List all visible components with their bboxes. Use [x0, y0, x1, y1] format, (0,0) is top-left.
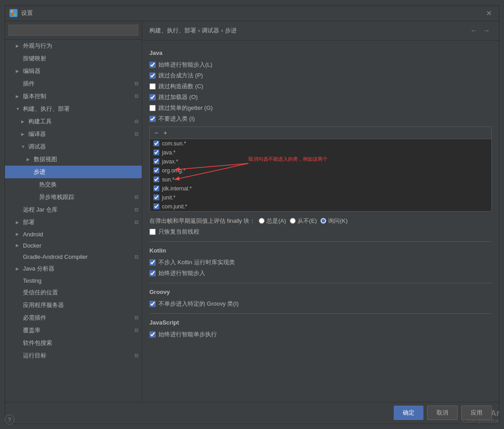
sidebar-item-gradle-compiler[interactable]: Gradle-Android Compiler ⊡ [5, 251, 142, 262]
sidebar-item-trusted-locations[interactable]: 受信任的位置 [5, 286, 142, 299]
search-input[interactable] [9, 25, 138, 36]
sidebar-item-data-view[interactable]: ▶ 数据视图 [5, 153, 142, 166]
sidebar-item-package-search[interactable]: 软件包搜索 [5, 337, 142, 349]
svg-rect-1 [14, 10, 16, 13]
sidebar-item-android[interactable]: ▶ Android [5, 229, 142, 240]
sidebar-item-build[interactable]: ▼ 构建、执行、部署 [5, 103, 142, 115]
checkbox-restore-threads[interactable] [149, 229, 156, 235]
add-class-button[interactable]: + [162, 129, 169, 137]
checkbox-skip-constructor[interactable] [149, 83, 156, 90]
close-button[interactable]: ✕ [483, 8, 495, 18]
cancel-button[interactable]: 取消 [427, 406, 458, 420]
expand-arrow: ▶ [16, 69, 21, 73]
checkbox-js-smart[interactable] [149, 331, 156, 338]
checkbox-junit[interactable] [153, 194, 159, 200]
back-button[interactable]: ← [468, 26, 479, 36]
breadcrumb-sep2: › [221, 27, 223, 34]
sidebar-item-appearance[interactable]: ▶ 外观与行为 [5, 40, 142, 52]
help-button[interactable]: ? [4, 415, 14, 424]
sidebar-item-vcs[interactable]: ▶ 版本控制 ⊡ [5, 90, 142, 103]
badge-icon: ⊡ [135, 119, 138, 124]
checkbox-skip-getter[interactable] [149, 105, 156, 111]
sidebar-item-testing[interactable]: Testing [5, 275, 142, 286]
sidebar-item-build-tools[interactable]: ▶ 构建工具 ⊡ [5, 115, 142, 128]
checkbox-skip-classloader[interactable] [149, 94, 156, 100]
label-smart-step-in: 始终进行智能步入(L) [158, 61, 212, 69]
radio-never[interactable] [290, 218, 296, 224]
checkbox-java[interactable] [153, 149, 159, 155]
checkbox-no-step-groovy[interactable] [149, 301, 156, 307]
forward-button[interactable]: → [481, 26, 492, 36]
badge-icon: ⊡ [135, 94, 138, 99]
svg-rect-2 [11, 14, 13, 16]
checkbox-skip-synthetic[interactable] [149, 72, 156, 79]
option-smart-step-in: 始终进行智能步入(L) [149, 61, 492, 69]
ok-button[interactable]: 确定 [394, 406, 423, 420]
sidebar-item-debugger[interactable]: ▼ 调试器 [5, 140, 142, 153]
label-skip-getter: 跳过简单的getter (G) [158, 104, 213, 112]
button-group: 确定 取消 应用 [394, 406, 492, 420]
divider [149, 241, 492, 242]
sidebar-item-stepping[interactable]: 步进 [5, 166, 142, 178]
app-icon [9, 9, 18, 17]
sidebar-item-compiler[interactable]: ▶ 编译器 ⊡ [5, 128, 142, 140]
badge-icon: ⊡ [135, 353, 138, 358]
list-toolbar: − + [150, 127, 491, 139]
sidebar-item-keymap[interactable]: 按键映射 [5, 52, 142, 65]
option-no-step-kotlin: 不步入 Kotlin 运行时库实现类 [149, 258, 492, 266]
radio-always[interactable] [259, 218, 265, 224]
section-groovy-title: Groovy [149, 289, 492, 295]
sidebar-item-java-analyzer[interactable]: ▶ Java 分析器 [5, 262, 142, 275]
section-kotlin-title: Kotlin [149, 247, 492, 254]
option-skip-classloader: 跳过加载器 (O) [149, 93, 492, 101]
sidebar-item-docker[interactable]: ▶ Docker [5, 240, 142, 251]
expand-arrow [27, 170, 32, 174]
checkbox-com-sun[interactable] [153, 140, 159, 146]
sidebar-item-deploy[interactable]: ▶ 部署 ⊡ [5, 216, 142, 229]
checkbox-org-omg[interactable] [153, 167, 159, 173]
radio-always-label: 总是(A) [259, 217, 286, 225]
checkbox-com-junit[interactable] [153, 203, 159, 209]
class-name-javax: javax.* [162, 158, 178, 165]
title-bar: 设置 ✕ [5, 6, 499, 21]
badge-icon: ⊡ [135, 207, 138, 212]
expand-arrow: ▶ [16, 243, 21, 248]
sidebar-item-coverage[interactable]: 覆盖率 ⊡ [5, 324, 142, 337]
label-skip-constructor: 跳过构造函数 (C) [158, 82, 203, 90]
label-no-step-groovy: 不单步进入特定的 Groovy 类(I) [158, 300, 238, 308]
sidebar-item-run-targets[interactable]: 运行目标 ⊡ [5, 349, 142, 362]
expand-arrow: ▶ [16, 266, 21, 271]
radio-ask[interactable] [320, 218, 326, 224]
expand-arrow: ▶ [16, 94, 21, 99]
expand-arrow [32, 182, 37, 187]
sidebar-item-plugins[interactable]: 插件 ⊡ [5, 77, 142, 90]
sidebar-item-remote-jar[interactable]: 远程 Jar 仓库 ⊡ [5, 203, 142, 216]
checkbox-sun[interactable] [153, 176, 159, 182]
list-item: com.junit.* [150, 202, 491, 211]
apply-button[interactable]: 应用 [461, 406, 492, 420]
checkbox-no-step-kotlin[interactable] [149, 259, 156, 266]
checkbox-jdk-internal[interactable] [153, 185, 159, 191]
list-item: junit.* [150, 193, 491, 202]
sidebar-item-async-stack[interactable]: 异步堆栈跟踪 ⊡ [5, 191, 142, 203]
dialog-title: 设置 [21, 9, 480, 17]
class-name-java: java.* [162, 149, 176, 156]
breadcrumb-bar: 构建、执行、部署 › 调试器 › 步进 ← → [142, 21, 499, 41]
checkbox-smart-step-in[interactable] [149, 62, 156, 68]
checkbox-no-step-into[interactable] [149, 116, 156, 122]
sidebar-item-app-server[interactable]: 应用程序服务器 [5, 299, 142, 312]
checkbox-javax[interactable] [153, 158, 159, 164]
expand-arrow: ▼ [16, 107, 21, 111]
expand-arrow [32, 195, 37, 199]
expand-arrow: ▶ [16, 220, 21, 225]
remove-class-button[interactable]: − [153, 129, 160, 137]
badge-icon: ⊡ [135, 194, 138, 199]
sidebar-item-hot-swap[interactable]: 热交换 [5, 178, 142, 191]
sidebar-item-editor[interactable]: ▶ 编辑器 [5, 65, 142, 77]
checkbox-kotlin-smart[interactable] [149, 270, 156, 276]
expand-arrow: ▶ [16, 44, 21, 48]
sidebar-item-required-plugins[interactable]: 必需插件 ⊡ [5, 312, 142, 324]
label-skip-classloader: 跳过加载器 (O) [158, 93, 198, 101]
breadcrumb: 构建、执行、部署 › 调试器 › 步进 [149, 27, 466, 35]
breadcrumb-arrows: ← → [468, 26, 492, 36]
